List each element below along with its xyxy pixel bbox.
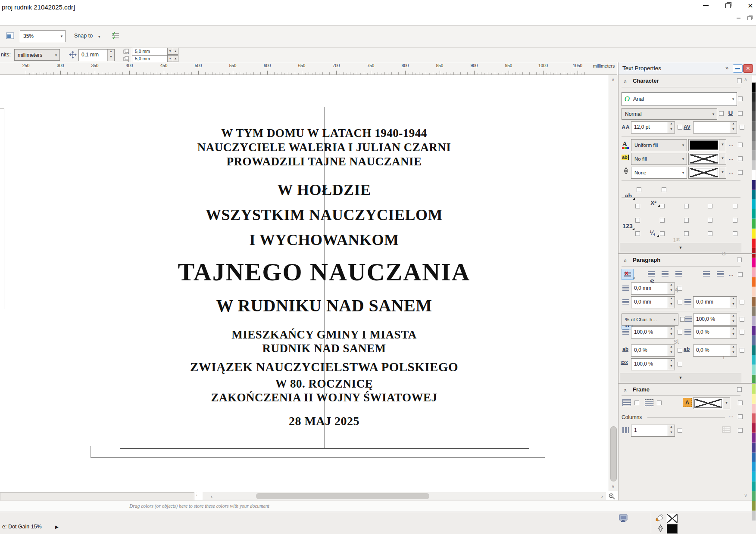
scroll-right-button[interactable]: › [598, 492, 606, 500]
font-family-combobox[interactable]: O Arial ▾ [622, 92, 737, 106]
units-combobox[interactable]: millimeters ▾ [14, 49, 60, 61]
paragraph-expand-bar[interactable]: ▼ [620, 373, 741, 382]
ot-fractions-button[interactable]: ¼ [647, 230, 657, 236]
equal-columns-checkbox[interactable] [738, 428, 743, 433]
space-after-checkbox[interactable] [740, 330, 744, 335]
char-underline-checkbox[interactable] [637, 187, 641, 192]
proof-color-icon[interactable] [618, 513, 629, 523]
character-section-checkbox[interactable] [737, 78, 742, 83]
palette-color-swatch[interactable] [752, 365, 756, 375]
font-style-combobox[interactable]: Normal ▾ [622, 108, 717, 120]
left-indent-checkbox[interactable] [678, 300, 682, 304]
font-checkbox[interactable] [738, 96, 743, 101]
document-minimize-button[interactable] [734, 15, 743, 22]
word-spacing-spinner[interactable]: 0,0 % ▲▼ [693, 345, 737, 357]
highlight-checkbox[interactable] [738, 156, 743, 161]
palette-color-swatch[interactable] [752, 102, 756, 112]
kerning-spin-buttons[interactable]: ▲▼ [730, 122, 737, 133]
docker-options-icon[interactable]: » [725, 65, 728, 71]
fill-color-swatch[interactable] [667, 514, 678, 523]
ot-ordinals-button[interactable]: 1ˢᵗ [671, 236, 681, 243]
palette-color-swatch[interactable] [752, 472, 756, 482]
font-size-spinner[interactable]: 12,0 pt ▲▼ [631, 121, 675, 134]
outline-checkbox[interactable] [738, 170, 743, 175]
ot-ordinals-checkbox[interactable] [684, 204, 689, 208]
palette-color-swatch[interactable] [752, 267, 756, 277]
alignment-settings-button[interactable]: … [728, 271, 734, 277]
frame-section-checkbox[interactable] [737, 387, 742, 392]
outline-color-picker[interactable]: ▾ [688, 167, 726, 179]
palette-color-swatch[interactable] [752, 199, 756, 209]
char-spacing-spin-buttons[interactable]: ▲▼ [668, 345, 675, 356]
palette-color-swatch[interactable] [752, 170, 756, 180]
window-minimize-button[interactable] [698, 1, 713, 10]
palette-color-swatch[interactable] [752, 83, 756, 93]
char-underline-effect-button[interactable]: ab [624, 192, 633, 199]
palette-color-swatch[interactable] [752, 394, 756, 404]
palette-color-swatch[interactable] [752, 209, 756, 219]
palette-color-swatch[interactable] [752, 239, 756, 248]
document-color-palette[interactable] [752, 83, 756, 521]
ot-figures-checkbox[interactable] [635, 204, 640, 208]
palette-color-swatch[interactable] [752, 131, 756, 141]
palette-color-swatch[interactable] [752, 462, 756, 472]
align-none-button[interactable] [622, 269, 634, 280]
align-center-button[interactable] [659, 269, 671, 279]
outline-status-icon[interactable] [656, 524, 665, 533]
space-before-spin-buttons[interactable]: ▲▼ [668, 327, 675, 338]
palette-color-swatch[interactable] [752, 433, 756, 443]
align-right-button[interactable] [673, 269, 684, 279]
palette-color-swatch[interactable] [752, 190, 756, 200]
duplicate-y-input[interactable]: 5,0 mm [132, 55, 167, 63]
palette-color-swatch[interactable] [752, 229, 756, 239]
right-indent-spin-buttons[interactable]: ▲▼ [730, 297, 737, 308]
line-spacing-spinner[interactable]: 100,0 % ▲▼ [693, 314, 737, 326]
palette-color-swatch[interactable] [752, 453, 756, 463]
kerning-spinner[interactable]: ▲▼ [693, 121, 737, 134]
preview-button[interactable] [3, 30, 16, 42]
outline-type-combobox[interactable]: None ▾ [631, 167, 687, 179]
equal-columns-button[interactable] [722, 425, 731, 433]
panel-scroll-down-icon[interactable]: ∨ [744, 493, 747, 498]
palette-color-swatch[interactable] [752, 335, 756, 345]
frame-background-color-picker[interactable]: ▾ [693, 397, 730, 409]
palette-color-swatch[interactable] [752, 287, 756, 297]
right-indent-spinner[interactable]: 0,0 mm ▲▼ [693, 296, 737, 308]
space-before-spinner[interactable]: 100,0 % ▲▼ [631, 326, 675, 338]
duplicate-y-spin-buttons[interactable]: ▼ ▲ [167, 55, 178, 62]
fill-type-combobox[interactable]: Uniform fill ▾ [631, 139, 687, 151]
space-after-spin-buttons[interactable]: ▲▼ [730, 327, 737, 338]
fill-settings-button[interactable]: … [728, 141, 734, 147]
frame-collapse-icon[interactable]: » [623, 386, 626, 394]
fill-checkbox[interactable] [738, 143, 743, 147]
pan-zoom-button[interactable] [606, 492, 617, 500]
palette-color-swatch[interactable] [752, 404, 756, 414]
char-position-checkbox[interactable] [662, 187, 666, 192]
color-palette-header[interactable] [752, 75, 756, 83]
highlight-type-combobox[interactable]: No fill ▾ [631, 153, 687, 165]
highlight-color-picker[interactable]: ▾ [688, 153, 726, 165]
palette-color-swatch[interactable] [752, 307, 756, 317]
ot-ornaments-checkbox[interactable] [733, 218, 737, 223]
palette-color-swatch[interactable] [752, 413, 756, 423]
nudge-distance-spinner[interactable]: 0,1 mm ▲▼ [78, 49, 115, 61]
palette-color-swatch[interactable] [752, 180, 756, 190]
docker-close-button[interactable]: ✕ [743, 64, 753, 73]
palette-color-swatch[interactable] [752, 355, 756, 365]
first-line-indent-checkbox[interactable] [678, 286, 682, 291]
align-force-justify-button[interactable] [715, 269, 726, 279]
first-line-indent-spinner[interactable]: 0,0 mm ▲▼ [631, 283, 675, 295]
palette-color-swatch[interactable] [752, 93, 756, 102]
font-size-checkbox[interactable] [678, 125, 682, 130]
kerning-checkbox[interactable] [740, 125, 744, 130]
space-before-checkbox[interactable] [678, 330, 682, 335]
ot-titling-checkbox[interactable] [684, 218, 689, 223]
columns-count-spinner[interactable]: 1 ▲▼ [631, 425, 675, 437]
vertical-alignment-button[interactable] [644, 398, 654, 407]
palette-color-swatch[interactable] [752, 423, 756, 433]
palette-color-swatch[interactable] [752, 345, 756, 355]
underline-checkbox[interactable] [738, 111, 743, 116]
columns-checkbox[interactable] [738, 414, 743, 419]
palette-color-swatch[interactable] [752, 501, 756, 511]
ot-historical-ligatures-checkbox[interactable] [684, 231, 689, 236]
